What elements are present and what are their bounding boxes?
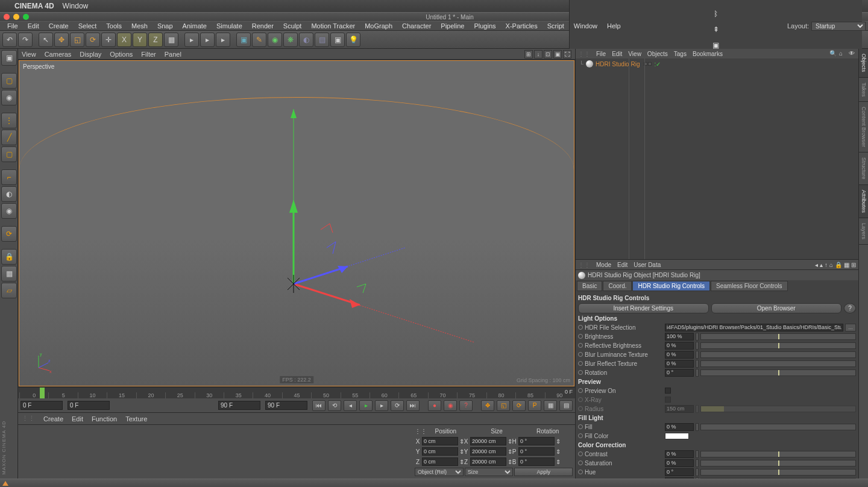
color-swatch[interactable] <box>665 433 689 439</box>
goto-start-button[interactable]: ⏮ <box>312 400 326 411</box>
y-axis-button[interactable]: Y <box>133 33 147 47</box>
menu-select[interactable]: Select <box>74 22 102 30</box>
attr-tab[interactable]: Seamless Floor Controls <box>711 281 787 291</box>
side-tab-objects[interactable]: Objects <box>859 49 868 78</box>
param-dot[interactable] <box>578 424 583 429</box>
param-slider[interactable] <box>700 333 856 340</box>
tree-expand-icon[interactable]: └ <box>579 61 583 68</box>
point-mode[interactable]: ⋮ <box>1 113 17 128</box>
viewport-solo[interactable]: ◉ <box>1 203 17 219</box>
stepper[interactable] <box>696 360 699 368</box>
mat-menu-edit[interactable]: Edit <box>72 415 83 423</box>
param-dot[interactable] <box>578 343 583 348</box>
workplane-button[interactable]: ▱ <box>1 283 17 298</box>
obj-toolbar-icon[interactable]: ⌂ <box>839 50 846 57</box>
vp-menu-cameras[interactable]: Cameras <box>45 51 72 58</box>
param-slider[interactable] <box>700 342 856 349</box>
menu-window[interactable]: Window <box>569 22 602 30</box>
param-dot[interactable] <box>578 370 583 375</box>
param-slider[interactable] <box>700 451 856 457</box>
coord-input[interactable] <box>470 437 506 445</box>
side-tab-layers[interactable]: Layers <box>859 218 868 245</box>
obj-toolbar-icon[interactable]: 👁 <box>849 50 856 57</box>
menu-file[interactable]: File <box>2 22 23 30</box>
rotate-tool[interactable]: ⟳ <box>86 33 100 47</box>
param-dot[interactable] <box>578 334 583 339</box>
airplay-icon[interactable]: ▣ <box>712 41 719 49</box>
param-slider[interactable] <box>700 460 856 467</box>
param-value-input[interactable] <box>665 459 694 467</box>
menu-snap[interactable]: Snap <box>153 22 178 30</box>
coord-input[interactable] <box>518 447 555 456</box>
enable-check[interactable]: :✓ <box>654 61 661 68</box>
param-value-input[interactable] <box>665 360 694 368</box>
z-axis-button[interactable]: Z <box>148 33 163 47</box>
menu-sculpt[interactable]: Sculpt <box>278 22 307 30</box>
attr-toolbar-icon[interactable]: ◂ <box>815 262 818 268</box>
cube-primitive[interactable]: ▣ <box>236 33 251 47</box>
apply-button[interactable]: Apply <box>514 468 573 476</box>
attr-menu-user-data[interactable]: User Data <box>634 262 661 268</box>
tweak-mode[interactable]: ◐ <box>1 186 17 202</box>
frame-end-input[interactable] <box>218 401 260 410</box>
vp-menu-display[interactable]: Display <box>80 51 101 58</box>
attr-toolbar-icon[interactable]: ⊞ <box>851 262 856 268</box>
prev-key-button[interactable]: ⟲ <box>328 400 341 411</box>
make-editable-button[interactable]: ▣ <box>1 50 17 66</box>
attr-toolbar-icon[interactable]: ▦ <box>844 262 849 268</box>
side-tab-structure[interactable]: Structure <box>859 152 868 185</box>
param-slider[interactable] <box>700 469 856 476</box>
frame-start-input[interactable] <box>20 401 63 410</box>
side-tab-takes[interactable]: Takes <box>859 78 868 102</box>
prev-frame-button[interactable]: ◂ <box>344 400 357 411</box>
stepper[interactable] <box>696 351 699 359</box>
environment-button[interactable]: ▤ <box>315 33 329 47</box>
lock-button[interactable]: 🔒 <box>1 249 17 265</box>
record-button[interactable]: ● <box>428 400 441 411</box>
viewport[interactable]: Perspective <box>19 60 574 386</box>
render-view-button[interactable]: ▸ <box>184 33 199 47</box>
param-value-input[interactable] <box>665 342 694 350</box>
stepper[interactable] <box>696 459 699 467</box>
object-tree[interactable]: └ HDRI Studio Rig :✓ <box>576 58 858 259</box>
param-dot[interactable] <box>578 388 583 393</box>
menu-render[interactable]: Render <box>247 22 278 30</box>
coord-input[interactable] <box>470 447 506 456</box>
menu-script[interactable]: Script <box>542 22 569 30</box>
visibility-dot[interactable] <box>648 62 652 66</box>
attr-toolbar-icon[interactable]: ⌂ <box>829 262 833 268</box>
close-button[interactable] <box>4 14 10 20</box>
menu-create[interactable]: Create <box>44 22 74 30</box>
vp-icon[interactable]: ⊡ <box>544 50 552 58</box>
side-tab-content-browser[interactable]: Content Browser <box>859 102 868 152</box>
key-rot-button[interactable]: ⟳ <box>512 400 526 411</box>
goto-end-button[interactable]: ⏭ <box>406 400 420 411</box>
mat-menu-texture[interactable]: Texture <box>125 415 147 423</box>
attr-menu-mode[interactable]: Mode <box>596 262 611 268</box>
param-slider[interactable] <box>700 351 856 358</box>
redo-button[interactable]: ↷ <box>18 33 33 47</box>
undo-button[interactable]: ↶ <box>2 33 17 47</box>
coord-input[interactable] <box>422 437 458 445</box>
key-scale-button[interactable]: ◱ <box>497 400 510 411</box>
mac-app-name[interactable]: CINEMA 4D <box>14 2 54 10</box>
obj-toolbar-icon[interactable]: 🔍 <box>829 50 837 57</box>
vp-menu-view[interactable]: View <box>22 51 36 58</box>
nurbs-button[interactable]: ◉ <box>268 33 282 47</box>
stepper[interactable] <box>696 423 699 431</box>
mat-menu-function[interactable]: Function <box>92 415 117 423</box>
menu-animate[interactable]: Animate <box>178 22 212 30</box>
open-browser-button[interactable]: Open Browser <box>711 303 842 313</box>
x-axis-button[interactable]: X <box>117 33 131 47</box>
coord-input[interactable] <box>422 447 458 456</box>
coord-input[interactable] <box>422 457 458 466</box>
select-tool[interactable]: ↖ <box>39 33 53 47</box>
object-item[interactable]: └ HDRI Studio Rig :✓ <box>577 60 857 68</box>
array-button[interactable]: ❋ <box>283 33 298 47</box>
place-tool[interactable]: ✛ <box>101 33 116 47</box>
param-dot[interactable] <box>578 361 583 366</box>
obj-menu-view[interactable]: View <box>628 51 641 57</box>
coord-input[interactable] <box>470 457 506 466</box>
coord-input[interactable] <box>518 437 555 445</box>
grid-button[interactable]: ▦ <box>1 266 17 281</box>
